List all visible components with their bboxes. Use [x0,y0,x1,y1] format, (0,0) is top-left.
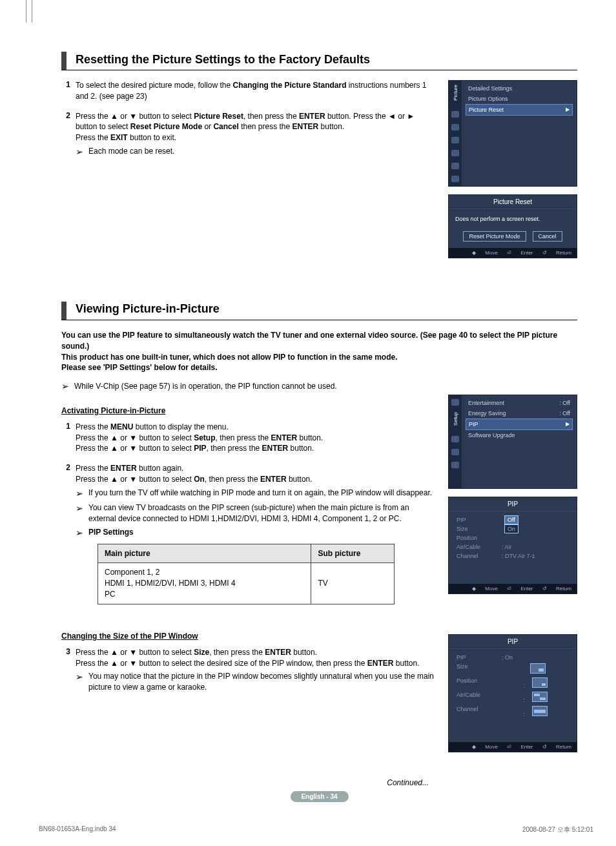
osd-item-entertainment[interactable]: Entertainment: Off [466,398,573,408]
osd-opt-position[interactable]: Position [454,533,571,542]
osd-opt-aircable[interactable]: Air/Cable: Air [454,542,571,552]
bullet-arrow-icon: ➢ [61,381,74,392]
opt-label: Size [457,526,502,532]
text: then press the [239,122,293,131]
bold-text: ENTER [299,112,325,121]
osd-item-value: : Off [559,410,570,417]
step-2-number: 2 [61,111,76,161]
osd-rail-icon [451,124,459,130]
text: Press the ▲ or ▼ button to select [76,433,194,442]
osd-opt-channel[interactable]: Channel: DTV Air 7-1 [454,552,571,561]
cancel-button[interactable]: Cancel [533,231,562,242]
pip-size-icon[interactable] [532,692,548,702]
instructions-block-2: Activating Picture-in-Picture 1 Press th… [61,395,436,705]
bullet-arrow-icon: ➢ [76,146,88,159]
osd-item-options[interactable]: Picture Options [466,94,573,104]
hint-label: Return [556,586,571,592]
osd-pip-menu-1: PIP PIPOff SizeOn Position Air/Cable: Ai… [448,497,577,594]
text: , then press the [209,648,265,657]
osd-dialog-message: Does not perform a screen reset. [455,216,570,222]
opt-label: Position [457,677,502,689]
bold-text: ENTER [265,648,291,657]
osd-rail-icon [451,163,459,169]
footer-right: 2008-08-27 오후 5:12:01 [522,825,593,834]
hint-enter: ⏎ Enter [507,250,533,256]
text: , then press the [243,112,299,121]
intro-line: Please see 'PIP Settings' below for deta… [61,363,218,372]
step-2-body: Press the ▲ or ▼ button to select Pictur… [76,111,436,161]
osd-opt-pip[interactable]: PIP: On [454,653,571,662]
opt-label: PIP [457,517,502,523]
opt-label: Channel [457,553,502,559]
hint-move: ◆ Move [472,744,498,750]
hint-enter: ⏎ Enter [507,744,533,750]
hint-return: ↺ Return [542,586,571,592]
text: Press the ▲ or ▼ button to select the de… [76,659,367,668]
osd-opt-size[interactable]: SizeOn [454,524,571,533]
pip-size-icon[interactable] [532,706,548,716]
osd-rail: Setup [449,395,462,488]
osd-title: PIP [449,497,577,511]
osd-picture-reset-dialog: Picture Reset Does not perform a screen … [448,194,577,258]
bold-text: ENTER [262,444,289,453]
bold-text: Size [194,648,209,657]
text: Press the [76,464,110,473]
th-main: Main picture [98,544,311,563]
bold-text: MENU [110,422,133,431]
pip-size-icon[interactable] [532,677,548,688]
osd-opt-position[interactable]: Position: [454,676,571,690]
opt-label: Air/Cable [457,692,502,703]
osd-item-label: Energy Saving [468,410,506,417]
osd-item-software[interactable]: Software Upgrade [466,430,573,440]
osd-rail-icon [451,449,459,455]
step-1-body: To select the desired picture mode, foll… [76,80,436,102]
osd-opt-channel[interactable]: Channel: [454,705,571,719]
osd-opt-size[interactable]: Size [454,662,571,676]
osd-rail-icon [451,462,459,468]
pip-on-option[interactable]: On [504,524,518,533]
hint-label: Return [556,744,571,750]
hint-label: Move [485,250,498,256]
text: To select the desired picture mode, foll… [76,81,232,90]
hint-label: Enter [520,744,533,750]
opt-label: PIP [457,654,502,661]
osd-rail-icon [451,150,459,156]
instructions-block-1: 1 To select the desired picture mode, fo… [61,80,436,170]
step-3-number: 3 [61,647,76,696]
continued-text: Continued... [61,778,577,787]
subheading-size: Changing the Size of the PIP Window [61,632,436,641]
step-body: Press the ▲ or ▼ button to select Size, … [76,647,436,696]
bold-text: Reset Picture Mode [130,122,202,131]
bold-text: ENTER [271,433,298,442]
osd-item-energy[interactable]: Energy Saving: Off [466,408,573,418]
osd-item-pip-selected[interactable]: PIP▶ [466,418,573,430]
intro-line: This product has one built-in tuner, whi… [61,353,397,362]
opt-value: : On [502,654,569,661]
pip-size-icon[interactable] [530,663,546,674]
osd-opt-pip[interactable]: PIPOff [454,515,571,524]
osd-item-label: Picture Reset [469,107,504,113]
hint-move: ◆ Move [472,586,498,592]
osd-item-label: PIP [469,421,478,428]
osd-rail-label: Setup [453,412,458,426]
intro-text: You can use the PIP feature to simultane… [61,330,577,373]
text: , then press the [216,433,271,442]
bold-text: ENTER [110,464,137,473]
osd-item-reset-selected[interactable]: Picture Reset▶ [466,104,573,116]
text: Press the ▲ or ▼ button to select [76,444,194,453]
chevron-right-icon: ▶ [566,421,570,428]
page-number-badge: English - 34 [291,791,349,802]
step-2-number: 2 [61,463,76,604]
reset-picture-mode-button[interactable]: Reset Picture Mode [463,231,526,242]
text: button. [318,122,344,131]
bullet-text: Each mode can be reset. [88,146,436,159]
pip-off-option[interactable]: Off [504,515,518,524]
bullet-text: If you turn the TV off while watching in… [88,488,436,500]
osd-item-detailed[interactable]: Detailed Settings [466,83,573,94]
heading-bar-icon [61,302,67,320]
bold-text: On [194,475,205,484]
osd-opt-aircable[interactable]: Air/Cable: [454,690,571,705]
hint-return: ↺ Return [542,250,571,256]
hint-label: Return [556,250,571,256]
text: , then press the [207,444,262,453]
